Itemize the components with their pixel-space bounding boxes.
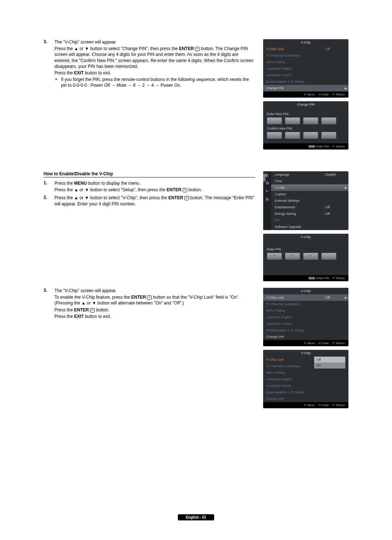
pin-box[interactable]	[267, 117, 282, 124]
menu-item-label: Change PIN	[266, 397, 346, 401]
menu-item[interactable]: Change PIN	[263, 334, 348, 340]
menu-item-label: Canadian English	[266, 67, 346, 70]
text-col-2: How to Enable/Disable the V-Chip 1. Pres…	[44, 171, 255, 209]
menu-item: Downloadable U.S. Rating	[263, 327, 348, 334]
osd-vchip-dropdown: V-Chip V-Chip LockTV Parental Guidelines…	[263, 350, 348, 408]
menu-item: Canadian English	[263, 376, 348, 382]
pin-box[interactable]	[321, 117, 336, 124]
menu-item-value: : Off	[324, 47, 346, 51]
menu-item: Canadian French	[263, 72, 348, 78]
menu-item[interactable]: V-Chip Lock: Off▶	[263, 294, 348, 301]
menu-item-label: Time	[275, 179, 346, 183]
menu-item-value: : Off	[324, 205, 346, 209]
nav-return: Return	[332, 404, 345, 407]
page-footer: English - 51	[0, 514, 392, 520]
menu-item: MPAA Rating	[263, 369, 348, 376]
menu-item-label: TV Parental Guidelines	[266, 54, 346, 57]
pin-box[interactable]	[303, 132, 318, 139]
menu-item: Canadian English	[263, 65, 348, 72]
menu-item[interactable]: Energy Saving: Off	[271, 210, 348, 217]
nav-enter: Enter	[318, 404, 329, 407]
pin-boxes-new	[267, 117, 345, 124]
step-body: Press the ▲ or ▼ button to select "V-Chi…	[54, 195, 255, 207]
pin-box[interactable]: *	[267, 253, 282, 260]
section-heading: How to Enable/Disable the V-Chip	[44, 171, 255, 177]
menu-item-label: Downloadable U.S. Rating	[266, 328, 346, 332]
chevron-right-icon: ▶	[345, 186, 347, 189]
osd-title: V-Chip	[263, 39, 348, 46]
pin-box[interactable]	[303, 117, 318, 124]
osd-navbar: Move Enter Return	[263, 340, 348, 346]
step-number: 2.	[44, 195, 54, 207]
para: The "V-Chip" screen will appear.	[54, 39, 255, 45]
menu-item-label: Caption	[275, 192, 346, 196]
menu-item-value: : Off	[324, 296, 346, 299]
para: Press the ENTER ⏎ button.	[54, 307, 255, 313]
osd-list: V-Chip Lock: Off▶TV Parental GuidelinesM…	[263, 294, 348, 340]
osd-list: Language: EnglishTimeV-Chip▶CaptionExter…	[271, 171, 348, 230]
pin-box[interactable]: *	[285, 253, 300, 260]
text-col-1: 3. The "V-Chip" screen will appear. Pres…	[44, 39, 255, 91]
nav-return: Return	[332, 277, 345, 280]
menu-item[interactable]: External Settings	[271, 197, 348, 204]
menu-item-label: Canadian French	[266, 322, 346, 326]
menu-item[interactable]: Entertainment: Off	[271, 204, 348, 210]
menu-item[interactable]: Software Upgrade	[271, 224, 348, 230]
menu-item: Canadian French	[263, 382, 348, 389]
enter-icon: ⏎	[183, 188, 187, 192]
pin-box[interactable]	[285, 117, 300, 124]
nav-return: Return	[332, 341, 345, 345]
dropdown-off-on[interactable]: Off On	[314, 356, 346, 369]
text-col-3: 3. The "V-Chip" screen will appear. To e…	[44, 288, 255, 322]
menu-item-label: Change PIN	[266, 335, 346, 339]
pin-box[interactable]	[285, 132, 300, 139]
menu-item: MPAA Rating	[263, 59, 348, 65]
menu-item[interactable]: Time	[271, 178, 348, 184]
menu-item-value: : English	[324, 173, 346, 176]
enter-icon: ⏎	[195, 47, 200, 51]
menu-item: MPAA Rating	[263, 307, 348, 314]
menu-item[interactable]: Caption	[271, 191, 348, 197]
menu-item: Change PIN	[263, 396, 348, 402]
pin-box[interactable]	[321, 132, 336, 139]
step-3b: 3. The "V-Chip" screen will appear. To e…	[44, 288, 255, 320]
osd-title: V-Chip	[263, 234, 348, 240]
step-number: 3.	[44, 39, 54, 89]
menu-item[interactable]: V-Chip Lock: Off	[263, 46, 348, 52]
enter-icon: ⏎	[184, 196, 189, 200]
pin-box[interactable]	[321, 253, 336, 260]
menu-item-label: Canadian English	[266, 315, 346, 319]
dropdown-option[interactable]: Off	[314, 357, 345, 363]
nav-move: Move	[304, 404, 315, 407]
osd-vchip-changepin: V-Chip V-Chip Lock: OffTV Parental Guide…	[263, 39, 348, 98]
menu-item: Canadian English	[263, 314, 348, 320]
menu-item: TV Parental Guidelines	[263, 301, 348, 307]
note-icon	[54, 77, 61, 89]
step-2: 2. Press the ▲ or ▼ button to select "V-…	[44, 195, 255, 207]
nav-move: Move	[304, 341, 315, 345]
menu-item[interactable]: Language: English	[271, 171, 348, 178]
osd-title: V-Chip	[263, 350, 348, 356]
pin-box[interactable]: *	[303, 253, 318, 260]
menu-item-label: MPAA Rating	[266, 60, 346, 64]
osd-title: Change PIN	[263, 101, 348, 108]
menu-item[interactable]: V-Chip▶	[271, 184, 348, 191]
manual-page: 3. The "V-Chip" screen will appear. Pres…	[0, 0, 392, 540]
menu-item-value: : Off	[324, 212, 346, 216]
pin-body: Enter New PIN. Confirm New PIN.	[263, 108, 348, 143]
menu-item[interactable]: Change PIN▶	[263, 85, 348, 91]
chevron-right-icon: ▶	[345, 87, 347, 90]
pin-boxes-confirm	[267, 132, 345, 139]
menu-item-label: Software Upgrade	[275, 225, 346, 229]
application-icon: ▤	[265, 197, 270, 202]
pin-boxes: * * *	[267, 253, 345, 260]
menu-item-label: Downloadable U.S. Rating	[266, 390, 346, 394]
block-3: 3. The "V-Chip" screen will appear. To e…	[44, 288, 348, 408]
enter-icon: ⏎	[90, 308, 95, 312]
nav-move: Move	[304, 93, 315, 96]
pin-box[interactable]	[267, 132, 282, 139]
dropdown-option[interactable]: On	[314, 363, 345, 368]
menu-item: TV Parental Guidelines	[263, 52, 348, 59]
page-number: English - 51	[178, 514, 214, 520]
setup-side-label: Setup	[263, 173, 266, 182]
